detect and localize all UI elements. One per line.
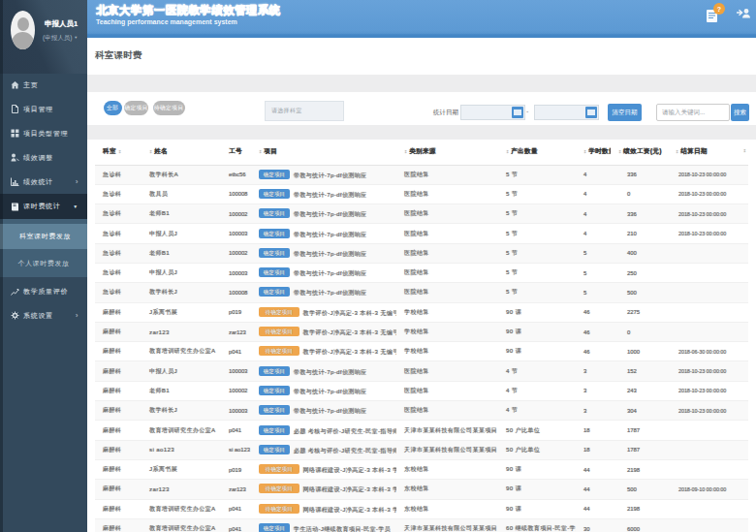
svg-text:?: ?	[717, 6, 721, 13]
